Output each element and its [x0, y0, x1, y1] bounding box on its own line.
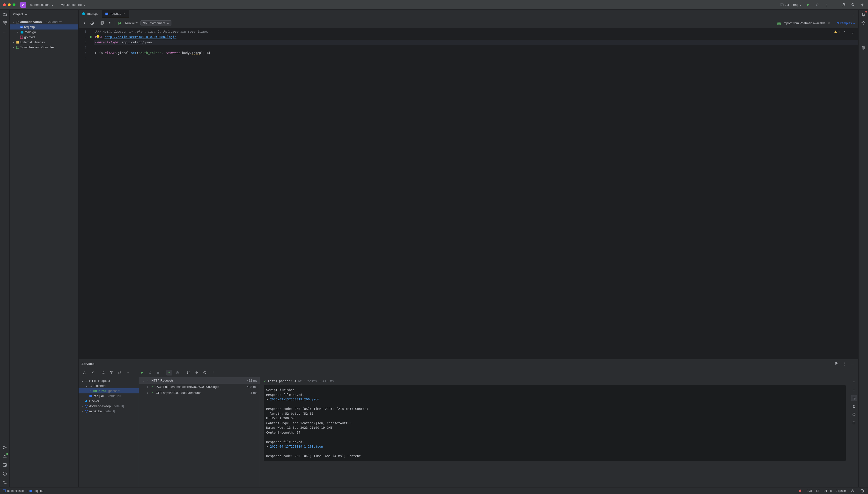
run-button[interactable] [805, 2, 811, 8]
file-label: go.mod [24, 35, 35, 39]
http-request-node[interactable]: ⌄ HTTP Request [79, 378, 139, 383]
project-dropdown[interactable]: authentication ⌄ [28, 2, 56, 7]
more-tools-button[interactable]: ⋯ [2, 29, 8, 35]
bulb-icon[interactable]: 💡 [96, 34, 100, 40]
readonly-toggle[interactable] [850, 488, 855, 494]
req-run-node[interactable]: req | #1 Status: 20 [79, 394, 139, 398]
response-file-link[interactable]: 2023-09-13T230019-1.200.json [270, 445, 323, 448]
git-tool-button[interactable] [2, 445, 8, 451]
scroll-up-button[interactable]: ↑ [851, 379, 857, 384]
add-request-button[interactable]: ＋ [81, 20, 87, 26]
scroll-down-button[interactable]: ↓ [851, 387, 857, 393]
minikube-node[interactable]: › minikube [default] [79, 408, 139, 414]
show-button[interactable] [101, 370, 107, 376]
tree-file-gomod[interactable]: go.mod [10, 35, 78, 40]
tree-file-main[interactable]: › main.go [10, 30, 78, 35]
node-label: docker-desktop [89, 404, 111, 408]
svg-rect-42 [86, 401, 87, 402]
request-item[interactable]: › ✓ POST http://admin:secret@0.0.0.0:808… [139, 384, 260, 390]
structure-tool-button[interactable] [2, 20, 8, 26]
target-icon[interactable] [833, 361, 839, 366]
svg-point-31 [835, 362, 837, 365]
clock-button[interactable] [202, 370, 208, 376]
add-service-button[interactable]: ＋ [125, 370, 131, 376]
services-more-icon[interactable]: ⋮ [842, 361, 847, 366]
print-button[interactable] [851, 412, 857, 417]
code-with-me-icon[interactable] [841, 2, 847, 8]
examples-link[interactable]: *Examples ⌄ [837, 21, 855, 25]
settings-button[interactable] [859, 2, 865, 8]
copy-button[interactable] [99, 20, 105, 26]
project-tool-button[interactable] [2, 12, 8, 17]
finished-node[interactable]: ⌄ Finished [79, 383, 139, 388]
filter-button[interactable] [109, 370, 115, 376]
import-button[interactable] [194, 370, 199, 376]
prev-highlight-button[interactable]: ⌃ [842, 29, 848, 35]
next-highlight-button[interactable]: ⌄ [850, 29, 855, 35]
window-maximize[interactable] [13, 3, 16, 6]
terminal-tool-button[interactable] [2, 462, 8, 468]
scroll-to-end-button[interactable] [851, 403, 857, 409]
vcs-tool-button[interactable] [2, 479, 8, 485]
env-select[interactable]: No Environment ⌄ [140, 20, 171, 26]
services-toolbar-more[interactable]: ⋮ [210, 370, 216, 376]
tree-root[interactable]: ⌄ authentication ~/GoLandPro [10, 19, 78, 24]
warning-indicator[interactable]: 1 [834, 30, 840, 34]
database-button[interactable] [861, 45, 866, 51]
project-panel-header[interactable]: Project ⌄ [10, 10, 78, 18]
shell-indicator[interactable] [797, 488, 803, 494]
file-encoding[interactable]: UTF-8 [824, 489, 832, 493]
tree-ext-libs[interactable]: › External Libraries [10, 40, 78, 45]
line-separator[interactable]: LF [816, 489, 819, 493]
indent-setting[interactable]: 0 space [835, 489, 846, 493]
notifications-button[interactable] [861, 12, 866, 17]
show-passed-button[interactable] [166, 370, 172, 376]
services-tool-button[interactable] [2, 453, 8, 459]
tabs-more-icon[interactable]: ⋮ [850, 11, 856, 17]
tree-file-req[interactable]: API req.http [10, 24, 78, 30]
close-icon[interactable]: ✕ [123, 12, 125, 15]
chevron-down-icon: ⌄ [141, 379, 145, 382]
sort-button[interactable] [186, 370, 191, 376]
problems-tool-button[interactable] [2, 471, 8, 477]
response-file-link[interactable]: 2023-09-13T230019.200.json [270, 398, 320, 401]
requests-header[interactable]: ⌄ ✓ HTTP Requests 412 ms [139, 377, 260, 384]
open-button[interactable] [117, 370, 123, 376]
hide-panel-button[interactable]: — [850, 361, 855, 366]
close-icon[interactable]: ✕ [827, 21, 830, 25]
docker-node[interactable]: Docker [79, 398, 139, 403]
window-close[interactable] [3, 3, 6, 6]
ai-assistant-button[interactable] [861, 20, 866, 26]
docker-desktop-node[interactable]: › docker-desktop [default] [79, 403, 139, 408]
rerun-button[interactable] [139, 370, 145, 376]
services-title: Services [81, 362, 95, 366]
search-button[interactable] [850, 2, 856, 8]
all-in-req-node[interactable]: ✓ All in req [passed: [79, 388, 139, 394]
crumb[interactable]: authentication [7, 489, 25, 493]
cursor-position[interactable]: 3:31 [807, 489, 812, 493]
debug-button[interactable] [814, 2, 820, 8]
clear-button[interactable] [851, 420, 857, 425]
import-button[interactable] [107, 20, 113, 26]
softwrap-button[interactable] [851, 395, 857, 401]
tree-scratches[interactable]: › Scratches and Consoles [10, 45, 78, 50]
svg-rect-21 [17, 41, 18, 43]
status-info-button[interactable] [859, 488, 865, 494]
run-all-button[interactable] [117, 20, 122, 26]
tab-req-http[interactable]: API req.http ✕ [102, 10, 129, 18]
collapse-all-button[interactable]: ✕ [90, 370, 96, 376]
run-config-selector[interactable]: API All in req ⌄ [780, 3, 802, 7]
crumb[interactable]: req.http [34, 489, 43, 493]
request-item[interactable]: › ✓ GET http://0.0.0.0:8080/resource 4 m… [139, 390, 260, 396]
import-banner-text[interactable]: Import from Postman available [783, 21, 826, 25]
stop-button[interactable] [155, 370, 161, 376]
window-minimize[interactable] [8, 3, 11, 6]
history-button[interactable] [89, 20, 95, 26]
debug-rerun-button[interactable] [147, 370, 153, 376]
tab-main-go[interactable]: main.go [79, 10, 102, 18]
show-ignored-button[interactable] [175, 370, 180, 376]
expand-all-button[interactable] [81, 370, 87, 376]
more-actions-button[interactable]: ⋮ [824, 2, 829, 8]
vcs-dropdown[interactable]: Version control ⌄ [59, 2, 88, 7]
run-line-button[interactable] [88, 34, 94, 40]
